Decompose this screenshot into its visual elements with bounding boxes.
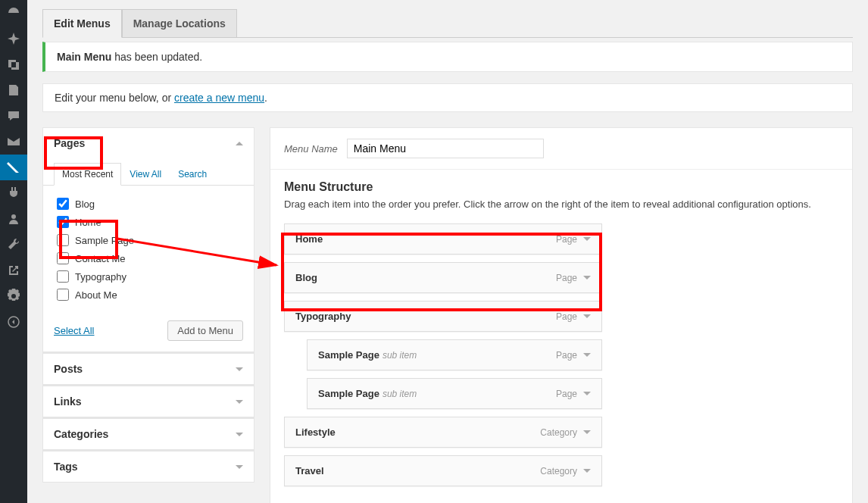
menu-item-type: Category — [540, 466, 577, 476]
accordion-tags: Tags — [42, 450, 254, 483]
menu-item-type: Page — [556, 389, 577, 399]
left-column: Pages Most Recent View All Search BlogHo… — [42, 127, 254, 503]
menu-item[interactable]: HomePage — [284, 223, 602, 255]
tools-icon[interactable] — [0, 232, 27, 258]
menu-item[interactable]: LifestyleCategory — [284, 417, 602, 448]
accordion-categories-header[interactable]: Categories — [43, 418, 254, 449]
menu-item-meta: Category — [540, 427, 591, 438]
notice-text: has been updated. — [111, 51, 202, 63]
accordion-pages: Pages Most Recent View All Search BlogHo… — [42, 127, 254, 352]
plugins-icon[interactable] — [0, 180, 27, 206]
page-check-row: Home — [57, 213, 240, 231]
page-check-row: About Me — [57, 286, 240, 304]
chevron-down-icon[interactable] — [583, 314, 591, 318]
main-area: Edit Menus Manage Locations Main Menu ha… — [27, 0, 868, 503]
chevron-up-icon — [236, 142, 243, 145]
pages-icon[interactable] — [0, 77, 27, 103]
menu-item[interactable]: Sample Pagesub itemPage — [307, 378, 602, 409]
page-checkbox[interactable] — [57, 289, 69, 301]
page-check-row: Blog — [57, 195, 240, 213]
tab-edit-menus[interactable]: Edit Menus — [42, 9, 122, 38]
menu-item-meta: Page — [556, 234, 591, 245]
pages-checklist: BlogHomeSample PageContact MeTypographyA… — [54, 186, 243, 313]
pages-inner-tabs: Most Recent View All Search — [43, 163, 254, 186]
accordion-tags-title: Tags — [54, 461, 78, 473]
media-icon[interactable] — [0, 52, 27, 77]
chevron-down-icon[interactable] — [583, 469, 591, 473]
tab-manage-locations[interactable]: Manage Locations — [122, 9, 237, 37]
chevron-down-icon — [236, 367, 243, 371]
menu-item[interactable]: Sample Pagesub itemPage — [307, 339, 602, 370]
page-checkbox[interactable] — [57, 198, 69, 210]
appearance-icon[interactable] — [0, 155, 27, 180]
accordion-pages-header[interactable]: Pages — [43, 128, 254, 158]
menu-item-meta: Page — [556, 389, 591, 399]
accordion-links: Links — [42, 385, 254, 417]
add-to-menu-button[interactable]: Add to Menu — [167, 320, 243, 341]
settings-icon[interactable] — [0, 283, 27, 309]
collapse-icon[interactable] — [0, 309, 27, 335]
accordion-tags-header[interactable]: Tags — [43, 451, 254, 482]
page-checkbox[interactable] — [57, 270, 69, 283]
accordion-pages-body: Most Recent View All Search BlogHomeSamp… — [43, 163, 254, 351]
menu-name-input[interactable] — [347, 139, 544, 158]
accordion-categories: Categories — [42, 417, 254, 450]
chevron-down-icon[interactable] — [583, 237, 591, 241]
accordion-links-title: Links — [54, 395, 82, 408]
select-all-link[interactable]: Select All — [54, 325, 94, 336]
menu-name-label: Menu Name — [284, 143, 338, 155]
accordion-posts: Posts — [42, 352, 254, 385]
menu-item-meta: Category — [540, 466, 591, 476]
page-check-row: Sample Page — [57, 231, 240, 249]
inner-tab-view-all[interactable]: View All — [121, 163, 170, 185]
page-checkbox[interactable] — [57, 234, 69, 246]
chevron-down-icon[interactable] — [583, 430, 591, 434]
instruction-text: Edit your menu below, or — [55, 92, 174, 104]
menu-item-type: Category — [540, 427, 577, 438]
instruction-bar: Edit your menu below, or create a new me… — [42, 83, 853, 112]
tabs-wrapper: Edit Menus Manage Locations — [42, 8, 853, 38]
menu-item-label: Sample Pagesub item — [318, 349, 417, 361]
inner-tab-search[interactable]: Search — [170, 163, 215, 185]
comments-icon[interactable] — [0, 103, 27, 129]
users-icon[interactable] — [0, 206, 27, 232]
page-checkbox[interactable] — [57, 216, 69, 228]
page-checkbox[interactable] — [57, 252, 69, 264]
page-check-row: Contact Me — [57, 249, 240, 267]
menu-item-label: Typography — [295, 311, 351, 322]
accordion-categories-title: Categories — [54, 428, 108, 440]
mail-icon[interactable] — [0, 129, 27, 155]
menu-item-label: Travel — [295, 465, 324, 476]
chevron-down-icon — [236, 465, 243, 469]
menu-item-meta: Page — [556, 311, 591, 322]
menu-item-meta: Page — [556, 273, 591, 283]
accordion-pages-title: Pages — [54, 137, 85, 149]
menu-item[interactable]: TypographyPage — [284, 301, 602, 332]
menu-item[interactable]: TravelCategory — [284, 455, 602, 486]
inner-tab-most-recent[interactable]: Most Recent — [54, 163, 121, 186]
menu-item-type: Page — [556, 311, 577, 322]
menu-item-label: Sample Pagesub item — [318, 388, 417, 399]
page-check-label: About Me — [75, 289, 117, 301]
chevron-down-icon — [236, 433, 243, 436]
chevron-down-icon[interactable] — [583, 353, 591, 357]
chevron-down-icon[interactable] — [583, 276, 591, 280]
page-check-row: Typography — [57, 267, 240, 286]
menu-item-label: Home — [295, 233, 323, 245]
chevron-down-icon[interactable] — [583, 392, 591, 395]
share-icon[interactable] — [0, 258, 27, 283]
menu-item-subtext: sub item — [382, 350, 417, 361]
accordion-posts-title: Posts — [54, 363, 83, 375]
accordion-posts-header[interactable]: Posts — [43, 353, 254, 384]
menu-structure: Menu Structure Drag each item into the o… — [270, 170, 852, 503]
accordion-links-header[interactable]: Links — [43, 386, 254, 417]
menu-item[interactable]: BlogPage — [284, 262, 602, 293]
menu-item-type: Page — [556, 350, 577, 361]
create-new-menu-link[interactable]: create a new menu — [174, 92, 264, 104]
admin-sidebar — [0, 0, 27, 503]
pin-icon[interactable] — [0, 26, 27, 52]
menu-items-list: HomePageBlogPageTypographyPageSample Pag… — [284, 223, 602, 486]
menu-item-label: Blog — [295, 272, 317, 283]
dashboard-icon[interactable] — [0, 0, 27, 26]
menu-item-meta: Page — [556, 350, 591, 361]
